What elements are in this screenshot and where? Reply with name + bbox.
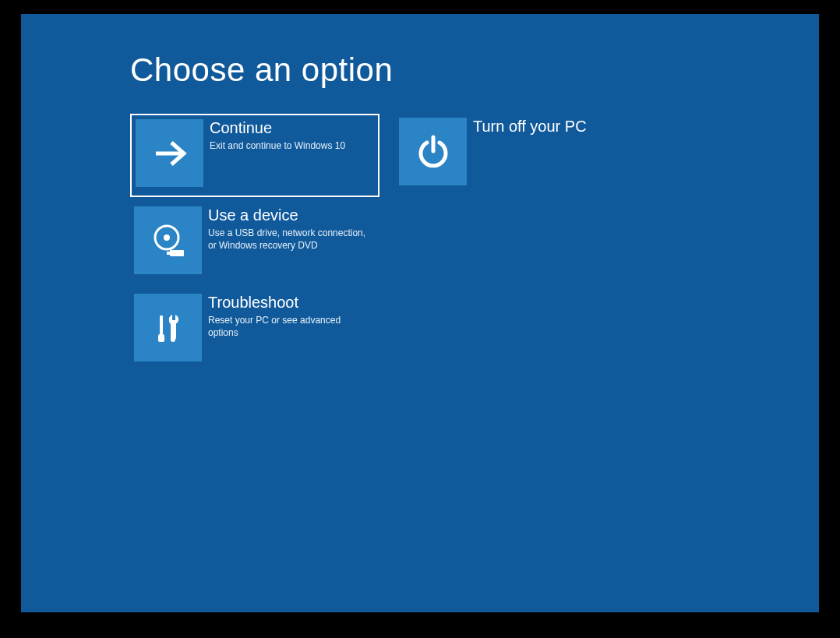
recovery-screen: Choose an option Continue Exit and conti… [21,14,819,612]
option-troubleshoot-text: Troubleshoot Reset your PC or see advanc… [208,292,372,339]
svg-rect-3 [170,250,184,256]
option-turn-off-title: Turn off your PC [473,116,637,136]
option-turn-off[interactable]: Turn off your PC [395,114,644,196]
option-use-device-text: Use a device Use a USB drive, network co… [208,205,372,252]
option-troubleshoot[interactable]: Troubleshoot Reset your PC or see advanc… [130,290,379,372]
option-continue-desc: Exit and continue to Windows 10 [210,139,373,152]
page-title: Choose an option [130,51,393,89]
option-continue[interactable]: Continue Exit and continue to Windows 10 [130,114,379,197]
option-turn-off-text: Turn off your PC [473,116,637,136]
svg-rect-7 [171,322,176,340]
arrow-right-icon [136,119,203,187]
option-use-device[interactable]: Use a device Use a USB drive, network co… [130,203,379,284]
tools-icon [134,294,202,361]
svg-point-2 [164,234,170,241]
option-continue-text: Continue Exit and continue to Windows 10 [210,118,373,152]
option-troubleshoot-desc: Reset your PC or see advanced options [208,314,372,339]
svg-rect-8 [172,314,175,320]
disc-usb-icon [134,206,202,274]
option-continue-title: Continue [210,118,373,138]
option-use-device-title: Use a device [208,205,372,225]
options-column-right: Turn off your PC [395,114,660,201]
svg-rect-5 [160,315,163,334]
options-grid: Continue Exit and continue to Windows 10 [130,114,722,377]
options-column-left: Continue Exit and continue to Windows 10 [130,114,395,377]
svg-rect-6 [158,334,164,342]
svg-rect-4 [167,252,171,255]
option-use-device-desc: Use a USB drive, network connection, or … [208,227,372,252]
option-troubleshoot-title: Troubleshoot [208,292,372,312]
power-icon [399,118,467,185]
